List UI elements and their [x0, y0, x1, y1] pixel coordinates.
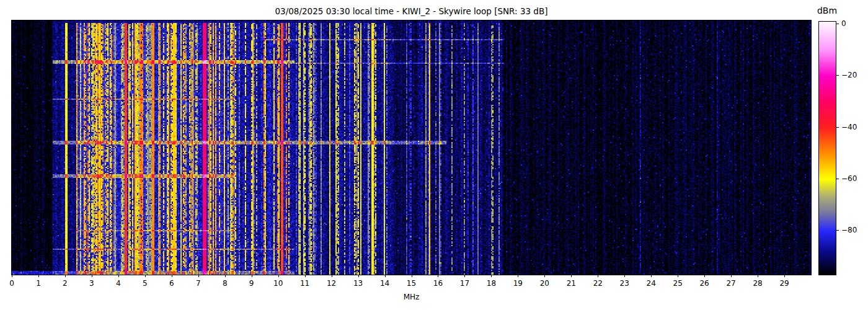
x-axis-tick — [278, 275, 279, 277]
spectrogram-waterfall-image — [12, 20, 811, 275]
x-axis-tick — [678, 275, 678, 277]
colorbar-tick — [836, 230, 839, 231]
colorbar — [818, 21, 836, 275]
colorbar-tick — [836, 75, 839, 76]
x-axis-tick — [172, 275, 172, 277]
colorbar-ticks: 0−20−40−60−80 — [836, 21, 867, 274]
x-axis-tick — [704, 275, 705, 277]
colorbar-tick-label: −40 — [841, 123, 857, 131]
x-axis-tick — [544, 275, 545, 277]
x-axis-tick-label: 16 — [433, 279, 443, 288]
colorbar-tick — [836, 127, 839, 128]
x-axis-tick-label: 15 — [407, 279, 416, 288]
x-axis-label: MHz — [12, 293, 811, 301]
x-axis-tick — [145, 275, 146, 277]
colorbar-label: dBm — [799, 6, 856, 16]
x-axis-tick — [464, 275, 465, 277]
x-axis-tick-label: 5 — [143, 279, 148, 288]
x-axis-tick — [252, 275, 252, 277]
x-axis-tick-label: 14 — [380, 279, 389, 288]
x-axis-tick — [518, 275, 518, 277]
x-axis-tick — [571, 275, 572, 277]
x-axis-tick — [598, 275, 598, 277]
x-axis-tick-label: 17 — [460, 279, 469, 288]
x-axis-tick — [491, 275, 492, 277]
colorbar-tick — [836, 179, 839, 179]
x-axis-tick-label: 20 — [540, 279, 549, 288]
x-axis-tick-label: 9 — [249, 279, 254, 288]
x-axis-tick — [731, 275, 732, 277]
x-axis-tick — [784, 275, 785, 277]
x-axis-tick-label: 21 — [567, 279, 576, 288]
x-axis-tick-label: 26 — [699, 279, 709, 288]
x-axis-tick-label: 19 — [513, 279, 523, 288]
x-axis-tick — [758, 275, 758, 277]
x-axis-tick-label: 23 — [620, 279, 629, 288]
colorbar-tick — [836, 24, 839, 24]
x-axis-tick-label: 13 — [353, 279, 363, 288]
x-axis-tick-label: 6 — [169, 279, 174, 288]
x-axis-tick — [12, 275, 12, 277]
x-axis-tick — [438, 275, 438, 277]
plot-title: 03/08/2025 03:30 local time - KIWI_2 - S… — [12, 6, 811, 16]
plot-area — [11, 20, 812, 275]
x-axis-tick — [624, 275, 625, 277]
x-axis-tick-label: 29 — [779, 279, 789, 288]
x-axis-tick — [385, 275, 386, 277]
colorbar-tick-label: −20 — [841, 71, 857, 79]
x-axis-tick — [38, 275, 39, 277]
x-axis-tick-label: 4 — [116, 279, 121, 288]
x-axis-tick-label: 10 — [273, 279, 283, 288]
colorbar-tick-label: −80 — [841, 226, 857, 234]
x-axis-tick-label: 2 — [63, 279, 68, 288]
waterfall-figure: 03/08/2025 03:30 local time - KIWI_2 - S… — [0, 0, 868, 310]
x-axis-tick — [305, 275, 306, 277]
x-axis-tick — [65, 275, 66, 277]
x-axis-tick — [332, 275, 332, 277]
colorbar-tick-label: 0 — [841, 19, 846, 28]
x-axis-tick — [92, 275, 92, 277]
x-axis-tick-label: 25 — [673, 279, 683, 288]
x-axis-tick — [412, 275, 412, 277]
x-axis-tick-label: 24 — [647, 279, 656, 288]
colorbar-tick-label: −60 — [841, 174, 857, 183]
x-axis-tick-label: 3 — [89, 279, 94, 288]
x-axis-tick-label: 28 — [753, 279, 762, 288]
x-axis-tick-label: 0 — [9, 279, 14, 288]
x-axis-tick-label: 8 — [223, 279, 228, 288]
x-axis-tick — [118, 275, 119, 277]
x-axis-tick-label: 7 — [196, 279, 201, 288]
x-axis-tick-label: 12 — [327, 279, 336, 288]
x-axis-tick — [358, 275, 359, 277]
x-axis-tick — [225, 275, 226, 277]
x-axis-tick-label: 1 — [36, 279, 41, 288]
x-axis-tick-label: 27 — [726, 279, 735, 288]
x-axis-tick-label: 22 — [593, 279, 603, 288]
x-axis-tick — [198, 275, 199, 277]
x-axis-tick — [651, 275, 652, 277]
x-axis-tick-label: 11 — [300, 279, 309, 288]
x-axis-tick-label: 18 — [487, 279, 496, 288]
